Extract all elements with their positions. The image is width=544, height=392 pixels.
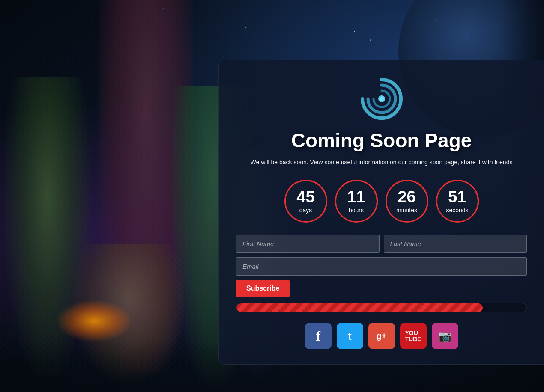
name-row (236, 235, 527, 253)
hours-label: hours (349, 207, 364, 214)
logo-icon (356, 73, 407, 125)
minutes-label: minutes (396, 207, 417, 214)
countdown-hours: 11 hours (335, 180, 378, 223)
days-value: 45 (296, 189, 314, 205)
seconds-value: 51 (448, 189, 466, 205)
instagram-icon: 📷 (438, 330, 452, 343)
last-name-input[interactable] (384, 235, 527, 253)
facebook-button[interactable]: f (305, 323, 332, 349)
facebook-icon: f (316, 328, 320, 344)
twitter-icon: t (348, 330, 352, 343)
social-icons-row: f t g+ YOUTUBE 📷 (236, 323, 527, 349)
seconds-label: seconds (446, 207, 468, 214)
logo-area (236, 73, 527, 125)
hours-value: 11 (347, 189, 365, 205)
countdown-minutes: 26 minutes (386, 180, 428, 223)
progress-bar-container (236, 303, 527, 312)
main-panel: Coming Soon Page We will be back soon. V… (218, 60, 544, 365)
minutes-circle: 26 minutes (386, 180, 428, 223)
youtube-icon: YOUTUBE (405, 330, 421, 342)
days-label: days (299, 207, 312, 214)
first-name-input[interactable] (236, 235, 380, 253)
google-icon: g+ (377, 331, 387, 341)
email-input[interactable] (236, 257, 527, 276)
countdown-section: 45 days 11 hours 26 minutes 51 seconds (236, 180, 527, 223)
countdown-days: 45 days (284, 180, 327, 223)
minutes-value: 26 (398, 189, 415, 205)
twitter-button[interactable]: t (337, 323, 363, 349)
hours-circle: 11 hours (335, 180, 378, 223)
google-button[interactable]: g+ (368, 323, 395, 349)
youtube-button[interactable]: YOUTUBE (400, 323, 427, 349)
page-title: Coming Soon Page (236, 129, 527, 152)
days-circle: 45 days (284, 180, 327, 223)
seconds-circle: 51 seconds (436, 180, 479, 223)
gun-glow (56, 300, 133, 342)
page-subtitle: We will be back soon. View some useful i… (236, 158, 527, 167)
subscribe-button[interactable]: Subscribe (236, 280, 290, 297)
svg-point-1 (380, 97, 384, 101)
progress-bar-fill (236, 303, 483, 312)
instagram-button[interactable]: 📷 (432, 323, 458, 349)
countdown-seconds: 51 seconds (436, 180, 479, 223)
